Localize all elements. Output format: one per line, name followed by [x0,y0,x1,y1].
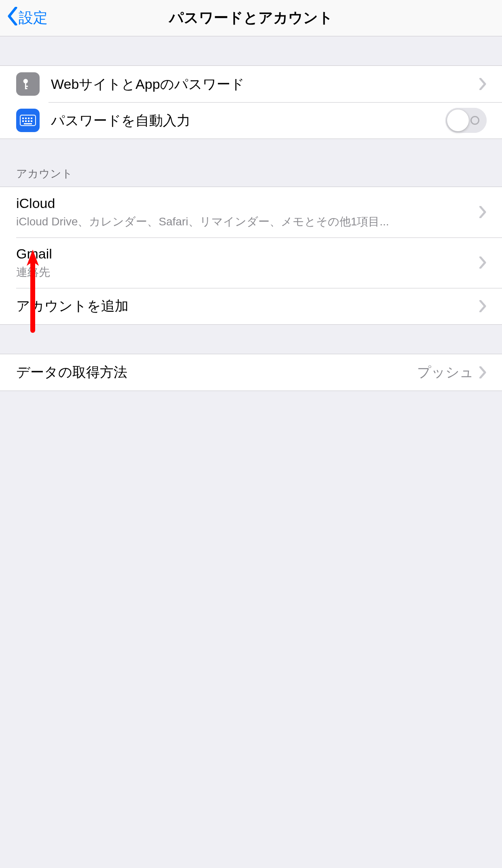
accounts-group: iCloud iCloud Drive、カレンダー、Safari、リマインダー、… [0,187,502,325]
fetch-group: データの取得方法 プッシュ [0,354,502,391]
svg-rect-13 [24,123,32,124]
add-account-label: アカウントを追加 [16,298,479,314]
chevron-right-icon [479,78,487,90]
svg-rect-9 [22,120,24,122]
keyboard-icon [16,109,40,132]
chevron-left-icon [7,7,18,29]
svg-rect-8 [31,118,32,119]
website-app-passwords-row[interactable]: WebサイトとAppのパスワード [0,66,502,102]
navigation-bar: 設定 パスワードとアカウント [0,0,502,36]
autofill-passwords-row[interactable]: パスワードを自動入力 [0,102,502,139]
svg-rect-11 [28,120,30,122]
back-label: 設定 [19,8,48,28]
account-row-icloud[interactable]: iCloud iCloud Drive、カレンダー、Safari、リマインダー、… [0,187,502,237]
svg-rect-5 [22,118,24,119]
fetch-value: プッシュ [417,363,474,382]
add-account-row[interactable]: アカウントを追加 [0,288,502,324]
autofill-toggle[interactable] [445,108,487,133]
svg-rect-2 [25,86,28,87]
chevron-right-icon [479,366,487,378]
svg-rect-10 [25,120,27,122]
account-subtitle: 連絡先 [16,265,479,280]
accounts-header: アカウント [0,161,502,187]
account-title: Gmail [16,246,479,262]
svg-rect-7 [28,118,30,119]
fetch-row[interactable]: データの取得方法 プッシュ [0,354,502,391]
key-icon [16,72,40,96]
autofill-passwords-label: パスワードを自動入力 [51,112,445,129]
back-button[interactable]: 設定 [0,7,48,29]
website-app-passwords-label: WebサイトとAppのパスワード [51,76,479,92]
chevron-right-icon [479,206,487,218]
account-subtitle: iCloud Drive、カレンダー、Safari、リマインダー、メモとその他1… [16,214,479,229]
svg-rect-3 [25,88,27,89]
account-title: iCloud [16,195,479,212]
fetch-label: データの取得方法 [16,364,417,380]
chevron-right-icon [479,300,487,312]
svg-rect-12 [31,120,32,122]
chevron-right-icon [479,256,487,269]
account-row-gmail[interactable]: Gmail 連絡先 [0,237,502,288]
page-title: パスワードとアカウント [0,8,502,28]
svg-rect-6 [25,118,27,119]
passwords-group: WebサイトとAppのパスワード パスワードを自動入力 [0,65,502,139]
